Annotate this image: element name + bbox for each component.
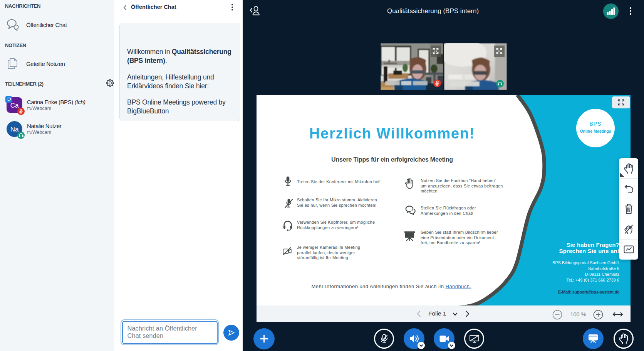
- svg-text:BPS: BPS: [589, 121, 601, 127]
- svg-text:Online Meetings: Online Meetings: [580, 129, 611, 133]
